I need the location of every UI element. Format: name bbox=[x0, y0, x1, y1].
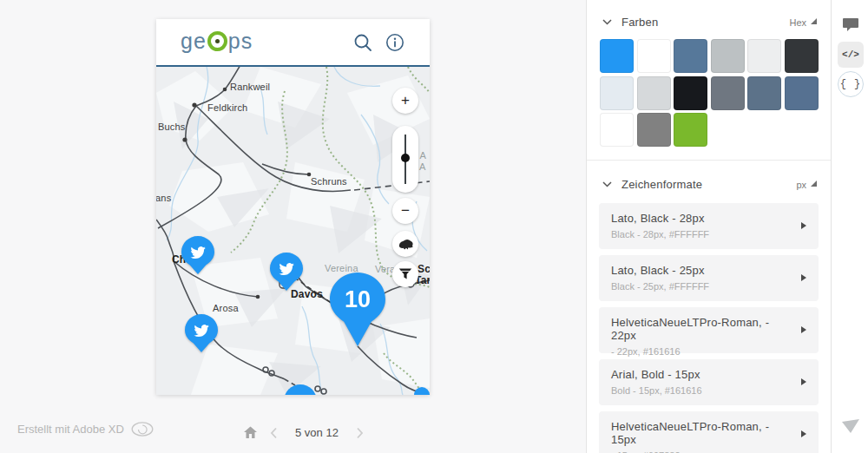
page-indicator: 5 von 12 bbox=[295, 426, 339, 439]
animal-icon bbox=[398, 238, 414, 251]
animal-layer-button[interactable] bbox=[392, 231, 418, 257]
colors-unit-label: Hex bbox=[789, 17, 806, 28]
info-icon[interactable] bbox=[385, 33, 404, 52]
zoom-slider-handle[interactable] bbox=[401, 154, 410, 162]
typography-section-header[interactable]: Zeichenformate px bbox=[587, 161, 831, 201]
text-style-detail: Bold - 15px, #161616 bbox=[611, 385, 792, 396]
search-icon[interactable] bbox=[353, 33, 372, 52]
color-swatch[interactable] bbox=[711, 39, 745, 73]
color-swatch[interactable] bbox=[785, 39, 819, 73]
expand-arrow-icon[interactable] bbox=[801, 326, 806, 333]
text-style-name: HelveticaNeueLTPro-Roman, - 22px bbox=[611, 316, 792, 342]
credit-label: Erstellt mit Adobe XD bbox=[17, 423, 124, 436]
logo-text-ge: ge bbox=[181, 30, 207, 52]
color-swatch[interactable] bbox=[600, 113, 634, 147]
typography-unit-dropdown[interactable]: px bbox=[796, 180, 817, 190]
preview-area: ge ps bbox=[0, 0, 587, 453]
adobe-xd-credit: Erstellt mit Adobe XD bbox=[17, 422, 154, 437]
color-swatch[interactable] bbox=[674, 39, 707, 73]
color-swatch[interactable] bbox=[600, 39, 634, 73]
comment-bubble-icon bbox=[842, 17, 859, 33]
cursor-triangle-icon bbox=[841, 419, 860, 434]
map-label: Arosa bbox=[213, 303, 239, 313]
text-style-item[interactable]: Arial, Bold - 15pxBold - 15px, #161616 bbox=[599, 359, 819, 405]
twitter-pin-marker[interactable] bbox=[269, 252, 304, 295]
chevron-down-icon bbox=[602, 181, 612, 187]
design-artboard: ge ps bbox=[156, 19, 430, 395]
next-page-button[interactable] bbox=[356, 427, 364, 439]
geops-logo: ge ps bbox=[181, 30, 253, 52]
svg-text:10: 10 bbox=[345, 286, 371, 312]
tool-rail: </> { } bbox=[832, 0, 868, 453]
color-swatch[interactable] bbox=[747, 39, 781, 73]
color-swatch[interactable] bbox=[637, 76, 671, 110]
color-swatch[interactable] bbox=[637, 113, 671, 147]
twitter-pin-marker[interactable] bbox=[184, 313, 219, 357]
chevron-down-icon bbox=[602, 19, 612, 25]
color-swatch[interactable] bbox=[637, 39, 671, 73]
comments-button[interactable] bbox=[838, 12, 864, 38]
text-style-name: Lato, Black - 25px bbox=[611, 264, 792, 277]
map-label: ans bbox=[156, 193, 171, 203]
expand-arrow-icon[interactable] bbox=[801, 430, 806, 437]
typography-unit-label: px bbox=[796, 180, 806, 190]
zoom-out-button[interactable]: − bbox=[392, 198, 418, 224]
map-label: Rankweil bbox=[230, 82, 270, 92]
logo-o-icon bbox=[207, 31, 227, 51]
variables-button[interactable]: { } bbox=[838, 71, 864, 97]
twitter-pin-marker[interactable] bbox=[181, 235, 215, 279]
colors-unit-dropdown[interactable]: Hex bbox=[789, 17, 817, 28]
colors-section-header[interactable]: Farben Hex bbox=[587, 0, 831, 39]
color-swatch[interactable] bbox=[674, 113, 707, 147]
home-button[interactable] bbox=[243, 426, 258, 439]
text-style-detail: Black - 28px, #FFFFFF bbox=[611, 229, 792, 240]
map-label: Schruns bbox=[311, 176, 347, 187]
zoom-slider[interactable] bbox=[392, 126, 418, 193]
creative-cloud-icon bbox=[131, 422, 154, 437]
color-swatch[interactable] bbox=[674, 76, 707, 110]
dropdown-corner-icon bbox=[811, 18, 817, 24]
typography-section-title: Zeichenformate bbox=[621, 178, 702, 191]
color-swatch[interactable] bbox=[747, 76, 781, 110]
expand-arrow-icon[interactable] bbox=[801, 378, 806, 385]
dropdown-corner-icon bbox=[811, 181, 817, 187]
cluster-marker[interactable]: 10 bbox=[327, 270, 388, 351]
color-swatch[interactable] bbox=[785, 76, 819, 110]
prev-page-button[interactable] bbox=[270, 427, 278, 439]
text-style-list: Lato, Black - 28pxBlack - 28px, #FFFFFFL… bbox=[599, 203, 819, 453]
colors-section-title: Farben bbox=[621, 16, 658, 29]
color-swatch-grid bbox=[600, 39, 819, 147]
color-swatch[interactable] bbox=[600, 76, 634, 110]
text-style-item[interactable]: Lato, Black - 25pxBlack - 25px, #FFFFFF bbox=[599, 255, 819, 301]
app-header: ge ps bbox=[156, 19, 430, 67]
expand-arrow-icon[interactable] bbox=[801, 222, 806, 229]
logo-text-ps: ps bbox=[228, 30, 253, 52]
map-label: Buchs bbox=[158, 121, 186, 132]
text-style-detail: Black - 25px, #FFFFFF bbox=[611, 281, 792, 292]
text-style-name: Arial, Bold - 15px bbox=[611, 368, 792, 381]
scroll-hint-button[interactable] bbox=[838, 413, 864, 439]
text-style-item[interactable]: HelveticaNeueLTPro-Roman, - 15px- 15px, … bbox=[599, 411, 819, 453]
artboard-pager: 5 von 12 bbox=[243, 426, 364, 439]
expand-arrow-icon[interactable] bbox=[801, 274, 806, 281]
color-swatch[interactable] bbox=[711, 76, 745, 110]
map-label: Feldkirch bbox=[207, 102, 247, 113]
specs-mode-button[interactable]: </> bbox=[838, 42, 864, 68]
text-style-name: HelveticaNeueLTPro-Roman, - 15px bbox=[611, 420, 792, 446]
text-style-item[interactable]: HelveticaNeueLTPro-Roman, - 22px- 22px, … bbox=[599, 307, 819, 353]
braces-icon: { } bbox=[840, 78, 862, 90]
filter-icon bbox=[398, 267, 412, 281]
zoom-in-button[interactable]: + bbox=[392, 88, 418, 114]
text-style-detail: - 22px, #161616 bbox=[611, 346, 792, 357]
code-icon: </> bbox=[842, 49, 859, 60]
specs-panel: Farben Hex Zeichenformate px Lato, Black… bbox=[587, 0, 832, 453]
text-style-item[interactable]: Lato, Black - 28pxBlack - 28px, #FFFFFF bbox=[599, 203, 819, 249]
map-label: Scu bbox=[418, 263, 430, 275]
text-style-name: Lato, Black - 28px bbox=[611, 212, 792, 225]
filter-button[interactable] bbox=[392, 261, 418, 287]
map-canvas[interactable]: RankweilFeldkirchBuchsansSchrunsl. An AC… bbox=[156, 67, 430, 395]
